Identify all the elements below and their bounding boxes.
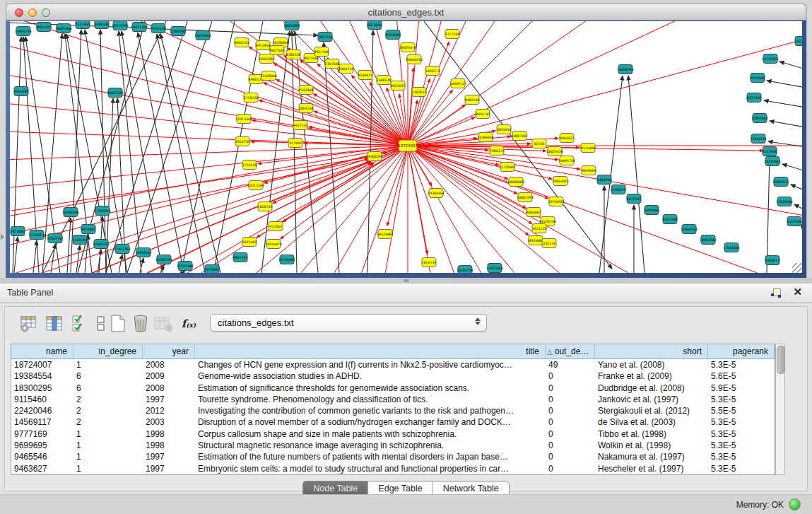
- node[interactable]: 20691406: [55, 24, 71, 33]
- node[interactable]: 15716485: [278, 255, 295, 264]
- selected-edge[interactable]: [408, 146, 802, 273]
- cell-out_de[interactable]: 0: [546, 428, 595, 440]
- node[interactable]: 11923446: [486, 264, 502, 273]
- selected-node[interactable]: 18724007: [398, 140, 417, 151]
- panel-splitter[interactable]: [0, 278, 812, 284]
- selected-edge[interactable]: [42, 161, 370, 273]
- select-rows-icon[interactable]: [70, 314, 90, 334]
- selected-node[interactable]: 18524861: [527, 236, 543, 245]
- selected-edge[interactable]: [408, 146, 802, 273]
- selected-node[interactable]: 15720407: [499, 163, 515, 172]
- node[interactable]: 15751074: [762, 54, 778, 64]
- table-row[interactable]: 1872400712008Changes of HCN gene express…: [11, 359, 775, 370]
- table-row[interactable]: 911546021997Tourette syndrome. Phenomeno…: [11, 394, 775, 405]
- cell-out_de[interactable]: 0: [546, 451, 595, 462]
- network-window-titlebar[interactable]: citations_edges.txt: [6, 4, 806, 21]
- cell-year[interactable]: 1998: [143, 428, 195, 440]
- selected-node[interactable]: 1362615: [412, 88, 427, 97]
- selected-node[interactable]: 18524861: [377, 230, 393, 239]
- network-canvas[interactable]: 1405572410653267206914061527602696616010…: [10, 21, 802, 273]
- node[interactable]: 1145194: [73, 235, 88, 245]
- edge[interactable]: [14, 237, 18, 273]
- selected-node[interactable]: 9684067: [526, 208, 541, 217]
- node[interactable]: 19218996: [384, 30, 401, 40]
- selected-node[interactable]: 1615132: [532, 224, 547, 233]
- node[interactable]: 10653267: [35, 23, 52, 32]
- table-selector-dropdown[interactable]: citations_edges.txt: [210, 314, 487, 332]
- cell-year[interactable]: 2008: [143, 359, 195, 370]
- node[interactable]: 17359928: [94, 206, 110, 216]
- selected-node[interactable]: 19756928: [548, 197, 564, 206]
- column-header-in_degree[interactable]: in_degree: [73, 344, 143, 358]
- node[interactable]: 16782759: [457, 266, 473, 274]
- cell-short[interactable]: Tibbo et al. (1998): [595, 428, 708, 440]
- cell-year[interactable]: 1997: [143, 394, 195, 405]
- citation-network-graph[interactable]: 1405572410653267206914061527602696616010…: [10, 21, 802, 273]
- node[interactable]: 15992971: [772, 177, 789, 187]
- node[interactable]: 7515526: [151, 24, 166, 33]
- cell-out_de[interactable]: 49: [546, 359, 595, 370]
- cell-out_de[interactable]: 0: [546, 440, 595, 451]
- node[interactable]: 11923446: [177, 262, 193, 271]
- edge[interactable]: [770, 121, 802, 127]
- selected-edge[interactable]: [264, 146, 408, 183]
- cell-title[interactable]: Structural magnetic resonance image aver…: [195, 440, 546, 451]
- selected-node[interactable]: 22420046: [260, 71, 276, 81]
- node[interactable]: 1440954: [597, 175, 612, 185]
- edge[interactable]: [119, 255, 122, 273]
- edge[interactable]: [794, 204, 802, 211]
- memory-status-indicator-icon[interactable]: [789, 498, 801, 510]
- cell-name[interactable]: 9699695: [11, 440, 73, 451]
- selected-node[interactable]: 9463627: [560, 134, 575, 143]
- selected-node[interactable]: 9827546: [314, 47, 329, 57]
- selected-node[interactable]: 1588520: [377, 76, 392, 85]
- node[interactable]: 17016504: [776, 197, 792, 206]
- node[interactable]: 14055724: [15, 27, 31, 36]
- node[interactable]: 9245012: [765, 256, 780, 265]
- node[interactable]: 6479197: [627, 194, 642, 204]
- cell-in_degree[interactable]: 1: [73, 359, 143, 370]
- selected-node[interactable]: 18300295: [366, 152, 382, 161]
- selected-node[interactable]: 12213349: [235, 115, 252, 124]
- cell-pagerank[interactable]: 5.3E-5: [708, 416, 775, 428]
- selected-node[interactable]: 1810755: [258, 202, 273, 211]
- cell-name[interactable]: 18300295: [11, 382, 73, 394]
- edge[interactable]: [127, 21, 212, 273]
- cell-title[interactable]: Estimation of the future numbers of pati…: [195, 451, 546, 462]
- selected-node[interactable]: 1615132: [422, 258, 437, 267]
- selected-node[interactable]: 2367608: [325, 59, 340, 69]
- selected-node[interactable]: 19654923: [552, 177, 568, 186]
- node[interactable]: 2055389: [14, 87, 29, 96]
- selected-node[interactable]: 12213349: [247, 181, 264, 190]
- node[interactable]: 16958107: [135, 248, 151, 257]
- float-panel-icon[interactable]: [771, 288, 781, 298]
- table-row[interactable]: 977716911998Corpus callosum shape and si…: [11, 428, 775, 440]
- edge[interactable]: [767, 81, 802, 88]
- selected-edge[interactable]: [408, 21, 802, 146]
- delete-column-icon[interactable]: [131, 314, 151, 334]
- show-columns-icon[interactable]: [45, 314, 64, 334]
- selected-node[interactable]: 2718120: [244, 93, 259, 103]
- node[interactable]: 3815081: [11, 227, 25, 236]
- selected-edge[interactable]: [408, 21, 802, 146]
- cell-in_degree[interactable]: 1: [73, 440, 143, 451]
- column-header-year[interactable]: year: [143, 344, 195, 358]
- selected-node[interactable]: 917003: [288, 139, 302, 148]
- cell-in_degree[interactable]: 1: [73, 428, 143, 440]
- selected-edge[interactable]: [10, 146, 408, 177]
- cell-out_de[interactable]: 0: [546, 405, 595, 416]
- cell-name[interactable]: 14569117: [11, 416, 73, 428]
- node[interactable]: 17957253: [114, 245, 130, 254]
- selected-node[interactable]: 9146821: [358, 71, 373, 80]
- selected-node[interactable]: 16640910: [406, 55, 422, 64]
- selected-node[interactable]: 16495758: [558, 156, 575, 165]
- node[interactable]: 9329966: [645, 206, 659, 215]
- node[interactable]: 16210643: [764, 157, 780, 166]
- table-body[interactable]: 1872400712008Changes of HCN gene express…: [11, 359, 775, 474]
- node[interactable]: 10719195: [112, 21, 128, 30]
- selected-node[interactable]: 10688609: [507, 177, 524, 187]
- edge[interactable]: [261, 31, 290, 273]
- table-row[interactable]: 2242004622012Investigating the contribut…: [11, 405, 775, 416]
- cell-pagerank[interactable]: 5.3E-5: [708, 394, 775, 405]
- node[interactable]: 1527602: [76, 21, 90, 29]
